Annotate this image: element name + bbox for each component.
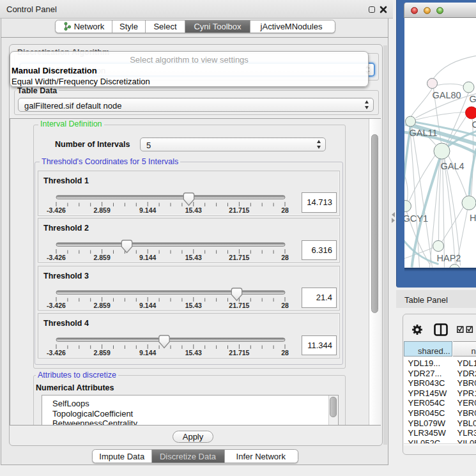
svg-text:9.144: 9.144 xyxy=(139,349,156,357)
svg-text:2.859: 2.859 xyxy=(93,206,110,214)
svg-text:21.715: 21.715 xyxy=(229,349,249,357)
svg-text:-3.426: -3.426 xyxy=(47,254,66,261)
svg-text:-3.426: -3.426 xyxy=(47,206,66,214)
svg-text:9.144: 9.144 xyxy=(139,302,156,309)
svg-text:15.43: 15.43 xyxy=(185,206,202,214)
svg-text:21.715: 21.715 xyxy=(229,302,249,309)
svg-text:GAL80: GAL80 xyxy=(432,89,461,100)
svg-text:2.859: 2.859 xyxy=(93,349,110,357)
svg-text:15.43: 15.43 xyxy=(185,349,202,357)
svg-text:15.43: 15.43 xyxy=(185,254,202,261)
svg-text:GCY1: GCY1 xyxy=(404,213,428,223)
svg-text:2.859: 2.859 xyxy=(93,302,110,309)
svg-text:GAL4: GAL4 xyxy=(440,161,464,171)
svg-text:21.715: 21.715 xyxy=(229,206,249,214)
svg-text:GAL11: GAL11 xyxy=(409,128,437,138)
svg-text:2.859: 2.859 xyxy=(93,254,110,261)
svg-text:28: 28 xyxy=(281,349,289,357)
svg-text:C: C xyxy=(472,119,476,129)
svg-text:9.144: 9.144 xyxy=(139,206,156,214)
svg-text:28: 28 xyxy=(281,206,289,214)
svg-text:21.715: 21.715 xyxy=(229,254,249,261)
svg-text:28: 28 xyxy=(281,302,289,309)
svg-text:-3.426: -3.426 xyxy=(47,302,66,309)
svg-text:9.144: 9.144 xyxy=(139,254,156,261)
svg-text:H: H xyxy=(470,212,476,222)
svg-text:-3.426: -3.426 xyxy=(47,349,66,357)
svg-text:28: 28 xyxy=(281,254,289,261)
svg-text:GAL: GAL xyxy=(469,93,476,104)
svg-text:HAP2: HAP2 xyxy=(436,253,461,263)
svg-text:15.43: 15.43 xyxy=(185,302,202,309)
